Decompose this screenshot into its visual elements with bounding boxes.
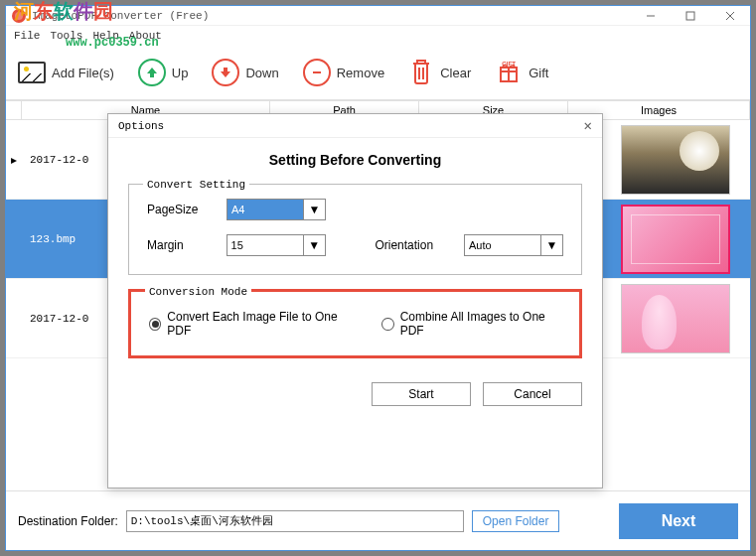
thumbnail: [621, 125, 730, 195]
cell-name: 2017-12-0: [22, 313, 111, 325]
convert-setting-legend: Convert Setting: [143, 179, 249, 191]
cell-name: 2017-12-0: [22, 154, 111, 166]
cancel-button[interactable]: Cancel: [483, 382, 582, 406]
cell-name: 123.bmp: [22, 233, 111, 245]
dialog-heading: Setting Before Converting: [128, 152, 582, 168]
conversion-mode-group: Conversion Mode Convert Each Image File …: [128, 289, 582, 358]
maximize-button[interactable]: [671, 6, 710, 26]
close-button[interactable]: [710, 6, 750, 26]
image-icon: [18, 62, 46, 83]
destination-label: Destination Folder:: [18, 514, 118, 528]
next-button[interactable]: Next: [619, 503, 738, 539]
titlebar: ImagetoPDF Converter (Free): [6, 6, 750, 26]
convert-setting-group: Convert Setting PageSize ▼ Margin ▼ Or: [128, 184, 582, 275]
dialog-titlebar: Options ✕: [108, 114, 602, 138]
trash-icon: [408, 58, 434, 88]
thumbnail: [621, 205, 730, 274]
radio-combine-pdf[interactable]: Combine All Images to One PDF: [381, 310, 561, 338]
gift-label: Gift: [529, 66, 548, 80]
chevron-down-icon[interactable]: ▼: [304, 199, 326, 220]
menu-file[interactable]: File: [14, 30, 40, 42]
up-label: Up: [172, 66, 189, 80]
minimize-button[interactable]: [631, 6, 671, 26]
app-icon: [12, 9, 26, 23]
pagesize-value[interactable]: [227, 199, 304, 220]
main-window: ImagetoPDF Converter (Free) 河东软件园 www.pc…: [5, 5, 751, 551]
remove-button[interactable]: Remove: [303, 59, 384, 86]
watermark-url: www.pc0359.cn: [66, 36, 159, 50]
arrow-down-icon: [212, 59, 239, 86]
window-title: ImagetoPDF Converter (Free): [32, 10, 209, 22]
margin-combo[interactable]: ▼: [227, 234, 326, 256]
thumbnail: [621, 284, 730, 353]
arrow-up-icon: [138, 59, 166, 86]
up-button[interactable]: Up: [138, 59, 189, 86]
footer: Destination Folder: Open Folder Next: [6, 490, 750, 550]
pagesize-combo[interactable]: ▼: [227, 199, 326, 220]
pagesize-label: PageSize: [147, 203, 217, 216]
radio-each-pdf[interactable]: Convert Each Image File to One PDF: [149, 310, 352, 338]
open-folder-button[interactable]: Open Folder: [472, 510, 560, 532]
chevron-down-icon[interactable]: ▼: [541, 234, 563, 256]
minus-icon: [303, 59, 331, 86]
conversion-mode-legend: Conversion Mode: [145, 286, 251, 298]
down-button[interactable]: Down: [212, 59, 278, 86]
dialog-title: Options: [118, 120, 164, 132]
margin-label: Margin: [147, 238, 217, 252]
radio-icon: [149, 318, 161, 331]
margin-value[interactable]: [227, 234, 304, 256]
gift-button[interactable]: GIFT Gift: [495, 58, 548, 88]
remove-label: Remove: [337, 66, 384, 80]
chevron-down-icon[interactable]: ▼: [304, 234, 326, 256]
radio-combine-label: Combine All Images to One PDF: [400, 310, 561, 338]
orientation-combo[interactable]: ▼: [464, 234, 563, 256]
orientation-label: Orientation: [375, 238, 454, 252]
orientation-value[interactable]: [464, 234, 541, 256]
start-button[interactable]: Start: [372, 382, 471, 406]
add-files-button[interactable]: Add File(s): [18, 62, 114, 83]
destination-input[interactable]: [126, 510, 464, 532]
gift-icon: GIFT: [495, 58, 523, 88]
radio-icon: [381, 318, 393, 331]
down-label: Down: [245, 66, 278, 80]
toolbar: Add File(s) Up Down Remove Clear GIFT Gi…: [6, 46, 750, 100]
svg-rect-1: [686, 12, 694, 20]
clear-button[interactable]: Clear: [408, 58, 471, 88]
current-row-marker: ▸: [6, 153, 22, 167]
add-files-label: Add File(s): [52, 66, 114, 80]
radio-each-label: Convert Each Image File to One PDF: [167, 310, 352, 338]
clear-label: Clear: [440, 66, 471, 80]
dialog-close-button[interactable]: ✕: [584, 117, 592, 134]
options-dialog: Options ✕ Setting Before Converting Conv…: [107, 113, 603, 488]
